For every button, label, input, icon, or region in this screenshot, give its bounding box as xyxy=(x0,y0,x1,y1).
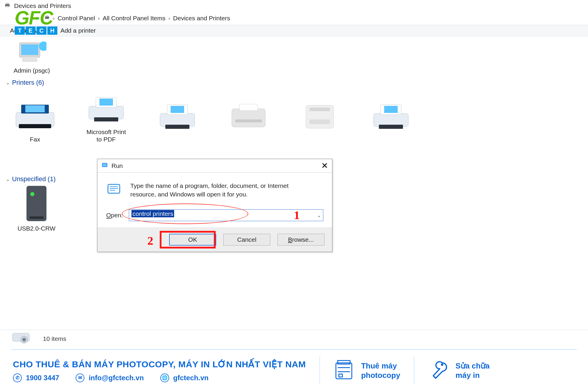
printer-icon xyxy=(155,97,199,133)
footer-rent-col[interactable]: Thuê máyphotocopy xyxy=(334,359,400,382)
run-message: Type the name of a program, folder, docu… xyxy=(130,181,313,199)
printer-tile[interactable] xyxy=(226,97,271,143)
svg-rect-1 xyxy=(6,3,9,4)
globe-icon: 🌐 xyxy=(160,373,169,382)
status-item-count: 10 items xyxy=(43,335,66,342)
camera-icon xyxy=(11,331,31,346)
run-title-text: Run xyxy=(111,162,123,169)
printer-tile[interactable] xyxy=(298,97,342,143)
device-label: Admin (psgc) xyxy=(14,67,50,74)
computer-icon xyxy=(14,40,49,65)
cancel-button[interactable]: Cancel xyxy=(223,234,270,246)
phone-icon: ✆ xyxy=(13,373,22,382)
svg-rect-7 xyxy=(22,59,37,61)
unspecified-header-text: Unspecified (1) xyxy=(12,175,56,183)
svg-rect-2 xyxy=(6,6,9,8)
breadcrumb-item[interactable]: All Control Panel Items xyxy=(103,15,166,22)
svg-rect-6 xyxy=(21,44,38,55)
printer-tile-fax[interactable]: Fax xyxy=(13,97,57,143)
browse-button[interactable]: Browse... xyxy=(277,234,324,246)
svg-rect-27 xyxy=(374,114,408,126)
svg-rect-23 xyxy=(235,119,262,122)
ok-button[interactable]: OK xyxy=(169,234,216,246)
footer-phone[interactable]: ✆ 1900 3447 xyxy=(13,373,59,382)
footer-separator xyxy=(319,356,320,385)
footer-email[interactable]: ✉ info@gfctech.vn xyxy=(76,373,144,382)
chevron-down-icon[interactable]: ⌄ xyxy=(317,212,321,218)
run-titlebar: Run ✕ xyxy=(97,159,332,173)
svg-rect-13 xyxy=(89,106,124,119)
printer-tile[interactable] xyxy=(155,97,199,143)
svg-rect-30 xyxy=(379,125,403,129)
open-input-value: control printers xyxy=(131,210,174,217)
footer-repair-col[interactable]: Sửa chữamáy in xyxy=(428,359,490,382)
svg-rect-31 xyxy=(26,186,46,221)
drive-icon xyxy=(14,186,59,222)
footer-separator xyxy=(414,356,414,385)
printers-row: Fax Microsoft Print to PDF xyxy=(3,90,585,143)
svg-rect-29 xyxy=(384,106,398,113)
svg-point-46 xyxy=(441,363,443,366)
titlebar: Devices and Printers xyxy=(0,0,588,12)
svg-point-33 xyxy=(30,192,34,196)
printer-label xyxy=(248,136,249,143)
svg-point-37 xyxy=(22,338,26,341)
address-bar[interactable]: ← → ↑ › Control Panel › All Control Pane… xyxy=(0,12,588,25)
annotation-1: 1 xyxy=(294,208,300,222)
svg-rect-39 xyxy=(103,164,107,166)
svg-rect-11 xyxy=(25,105,45,112)
svg-rect-19 xyxy=(171,106,184,113)
run-dialog: Run ✕ Type the name of a program, folder… xyxy=(97,159,332,252)
footer-site[interactable]: 🌐 gfctech.vn xyxy=(160,373,209,382)
printer-label: Fax xyxy=(30,136,40,143)
add-printer-link[interactable]: Add a printer xyxy=(60,27,96,34)
breadcrumb-sep: › xyxy=(169,15,170,21)
footer-headline: CHO THUÊ & BÁN MÁY PHOTOCOPY, MÁY IN LỚN… xyxy=(13,359,306,369)
printers-section-header[interactable]: ⌄ Printers (6) xyxy=(6,79,585,86)
mail-icon: ✉ xyxy=(76,373,84,382)
annotation-2: 2 xyxy=(147,234,153,248)
footer-divider xyxy=(11,349,577,350)
toolbar: Add a device Add a printer xyxy=(0,25,588,36)
svg-rect-12 xyxy=(19,124,51,128)
unspecified-tile[interactable]: USB2.0-CRW xyxy=(13,186,60,232)
svg-rect-17 xyxy=(160,114,195,126)
logo-tech: TECH xyxy=(15,26,58,35)
footer: CHO THUÊ & BÁN MÁY PHOTOCOPY, MÁY IN LỚN… xyxy=(0,347,588,392)
laser-printer-icon xyxy=(226,97,271,133)
breadcrumb-item[interactable]: Control Panel xyxy=(58,15,95,22)
svg-rect-34 xyxy=(29,216,44,219)
printer-icon xyxy=(84,90,128,125)
chevron-down-icon: ⌄ xyxy=(6,80,10,86)
status-bar: 10 items xyxy=(0,330,588,347)
svg-rect-20 xyxy=(165,125,189,129)
printers-header-text: Printers (6) xyxy=(12,79,44,86)
run-icon xyxy=(101,162,108,170)
svg-rect-25 xyxy=(309,108,330,111)
svg-rect-41 xyxy=(336,363,352,379)
svg-rect-45 xyxy=(339,374,342,377)
svg-rect-15 xyxy=(99,99,113,106)
close-icon[interactable]: ✕ xyxy=(321,161,328,171)
run-large-icon xyxy=(106,181,121,198)
svg-rect-42 xyxy=(338,361,350,364)
breadcrumb-sep: › xyxy=(98,15,100,21)
chevron-down-icon: ⌄ xyxy=(6,176,10,182)
device-tile[interactable]: Admin (psgc) xyxy=(11,40,52,74)
printer-tile[interactable]: Microsoft Print to PDF xyxy=(84,90,128,143)
run-button-row: 2 OK Cancel Browse... xyxy=(97,228,332,252)
svg-rect-16 xyxy=(94,117,118,121)
printer-tile[interactable] xyxy=(369,97,413,143)
unspecified-label: USB2.0-CRW xyxy=(17,225,55,232)
fax-icon xyxy=(13,97,57,133)
svg-rect-26 xyxy=(309,119,330,124)
gfc-tech-logo: GFC TECH xyxy=(15,10,58,35)
printer-label xyxy=(390,136,392,143)
devices-printers-icon xyxy=(4,2,11,10)
printer-label xyxy=(319,136,321,143)
logo-brand: GFC xyxy=(15,10,58,26)
open-label: Open: xyxy=(106,212,123,219)
footer-left: CHO THUÊ & BÁN MÁY PHOTOCOPY, MÁY IN LỚN… xyxy=(13,359,306,382)
breadcrumb-item[interactable]: Devices and Printers xyxy=(173,15,230,22)
office-printer-icon xyxy=(298,97,342,133)
